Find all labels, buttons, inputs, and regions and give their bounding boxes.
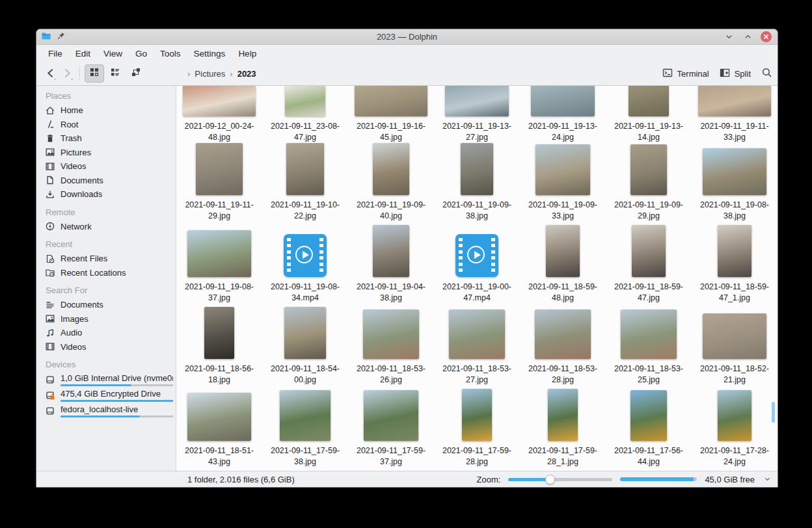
file-item-2021-09-11-18-53-27-jpg[interactable]: 2021-09-11_18-53-27.jpg (434, 307, 520, 390)
file-item-2021-09-11-18-53-26-jpg[interactable]: 2021-09-11_18-53-26.jpg (348, 307, 434, 390)
sidebar-item-downloads[interactable]: Downloads (45, 187, 173, 202)
forward-button[interactable]: ⌄ (59, 64, 75, 83)
file-item-2021-09-11-19-16-45-jpg[interactable]: 2021-09-11_19-16-45.jpg (348, 86, 434, 148)
file-name: 2021-09-11_19-13-14.jpg (610, 121, 688, 144)
file-item-2021-09-11-19-13-14-jpg[interactable]: 2021-09-11_19-13-14.jpg (606, 86, 692, 148)
file-name: 2021-09-11_18-53-28.jpg (524, 363, 602, 386)
file-name: 2021-09-11_19-09-40.jpg (352, 200, 430, 222)
file-item-2021-09-11-19-09-40-jpg[interactable]: 2021-09-11_19-09-40.jpg (348, 143, 434, 226)
chevron-down-icon[interactable] (764, 475, 771, 484)
file-item-2021-09-11-18-53-28-jpg[interactable]: 2021-09-11_18-53-28.jpg (520, 307, 606, 390)
file-item-2021-09-11-18-59-48-jpg[interactable]: 2021-09-11_18-59-48.jpg (520, 225, 606, 308)
file-item-2021-09-11-19-13-24-jpg[interactable]: 2021-09-11_19-13-24.jpg (520, 86, 606, 148)
terminal-button[interactable]: Terminal (662, 68, 709, 80)
photo-thumbnail (363, 310, 419, 359)
sidebar-item-videos[interactable]: Videos (45, 340, 173, 354)
photo-thumbnail (718, 225, 751, 277)
zoom-slider-handle[interactable] (545, 475, 555, 484)
photo-thumbnail (632, 225, 666, 277)
file-item-2021-09-11-19-11-33-jpg[interactable]: 2021-09-11_19-11-33.jpg (692, 86, 778, 148)
file-item-2021-09-11-17-59-28-1-jpg[interactable]: 2021-09-11_17-59-28_1.jpg (520, 389, 606, 471)
search-button[interactable] (761, 67, 772, 80)
icons-view-button[interactable] (85, 64, 104, 83)
image-icon (45, 147, 55, 157)
file-item-2021-09-12-00-24-48-jpg[interactable]: 2021-09-12_00-24-48.jpg (176, 86, 262, 148)
sidebar-item-videos[interactable]: Videos (45, 159, 173, 174)
menu-file[interactable]: File (42, 47, 69, 60)
menu-go[interactable]: Go (129, 47, 154, 60)
tree-view-button[interactable] (126, 64, 146, 83)
file-item-2021-09-11-17-28-24-jpg[interactable]: 2021-09-11_17-28-24.jpg (692, 389, 778, 471)
file-item-2021-09-11-18-53-25-jpg[interactable]: 2021-09-11_18-53-25.jpg (606, 307, 692, 390)
file-item-2021-09-11-19-09-29-jpg[interactable]: 2021-09-11_19-09-29.jpg (606, 143, 692, 226)
audio-icon (45, 328, 55, 338)
sidebar-item-home[interactable]: Home (45, 103, 173, 118)
file-item-2021-09-11-23-08-47-jpg[interactable]: 2021-09-11_23-08-47.jpg (262, 86, 348, 148)
maximize-button[interactable] (742, 31, 753, 43)
sidebar-item-root[interactable]: Root (45, 118, 173, 132)
folder-view[interactable]: 2021-09-12_00-24-48.jpg2021-09-11_23-08-… (176, 86, 778, 471)
file-name: 2021-09-11_19-09-33.jpg (524, 200, 602, 222)
menu-settings[interactable]: Settings (187, 47, 232, 60)
sidebar-item-475-4-gib-encrypted-drive[interactable]: 475,4 GiB Encrypted Drive (45, 388, 173, 403)
photo-thumbnail (462, 389, 492, 441)
file-item-2021-09-11-19-11-29-jpg[interactable]: 2021-09-11_19-11-29.jpg (176, 143, 262, 226)
device-label: 475,4 GiB Encrypted Drive (61, 389, 173, 399)
breadcrumb-pictures[interactable]: Pictures (195, 69, 225, 79)
zoom-slider[interactable] (508, 478, 612, 481)
menu-view[interactable]: View (97, 47, 129, 60)
file-item-2021-09-11-19-09-38-jpg[interactable]: 2021-09-11_19-09-38.jpg (434, 143, 520, 226)
sidebar-item-audio[interactable]: Audio (45, 326, 173, 340)
sidebar-item-1-0-gib-internal-drive-nvme0[interactable]: 1,0 GiB Internal Drive (nvme0n... (45, 372, 173, 388)
sidebar-item-label: Network (61, 222, 92, 231)
file-item-2021-09-11-19-00-47-mp4[interactable]: 2021-09-11_19-00-47.mp4 (434, 225, 520, 308)
sidebar-item-trash[interactable]: Trash (45, 131, 173, 146)
sidebar-item-label: Downloads (61, 189, 102, 199)
file-item-2021-09-11-18-54-00-jpg[interactable]: 2021-09-11_18-54-00.jpg (262, 307, 348, 390)
forward-dropdown-caret[interactable]: ⌄ (70, 76, 74, 81)
file-item-2021-09-11-19-08-37-jpg[interactable]: 2021-09-11_19-08-37.jpg (176, 225, 262, 308)
details-view-button[interactable] (105, 64, 125, 83)
breadcrumb-current-folder[interactable]: 2023 (237, 69, 256, 79)
file-item-2021-09-11-17-56-44-jpg[interactable]: 2021-09-11_17-56-44.jpg (606, 389, 692, 471)
file-item-2021-09-11-19-13-27-jpg[interactable]: 2021-09-11_19-13-27.jpg (434, 86, 520, 148)
drive-icon (45, 375, 55, 385)
vertical-scrollbar-thumb[interactable] (772, 402, 775, 423)
file-item-2021-09-11-19-08-38-jpg[interactable]: 2021-09-11_19-08-38.jpg (692, 143, 778, 226)
file-item-2021-09-11-18-51-43-jpg[interactable]: 2021-09-11_18-51-43.jpg (176, 389, 262, 471)
dolphin-window: 2023 — Dolphin File Edit View Go Tools S… (36, 29, 778, 488)
sidebar-item-documents[interactable]: Documents (45, 298, 173, 312)
file-item-2021-09-11-19-04-38-jpg[interactable]: 2021-09-11_19-04-38.jpg (348, 225, 434, 308)
back-button[interactable]: ⌄ (42, 64, 59, 83)
sidebar-item-images[interactable]: Images (45, 312, 173, 326)
file-item-2021-09-11-18-56-18-jpg[interactable]: 2021-09-11_18-56-18.jpg (176, 307, 262, 390)
file-item-2021-09-11-19-08-34-mp4[interactable]: 2021-09-11_19-08-34.mp4 (262, 225, 348, 308)
file-item-2021-09-11-19-09-33-jpg[interactable]: 2021-09-11_19-09-33.jpg (520, 143, 606, 226)
split-button[interactable]: Split (720, 68, 751, 80)
sidebar-item-network[interactable]: Network (45, 220, 173, 234)
file-item-2021-09-11-17-59-37-jpg[interactable]: 2021-09-11_17-59-37.jpg (348, 389, 434, 471)
file-item-2021-09-11-18-59-47-jpg[interactable]: 2021-09-11_18-59-47.jpg (606, 225, 692, 308)
free-space-label: 45,0 GiB free (705, 475, 755, 484)
file-item-2021-09-11-18-52-21-jpg[interactable]: 2021-09-11_18-52-21.jpg (692, 307, 778, 390)
menu-edit[interactable]: Edit (69, 47, 97, 60)
breadcrumb-chevron-icon: › (187, 69, 190, 79)
sidebar-item-recent-files[interactable]: Recent Files (45, 252, 173, 266)
minimize-button[interactable] (723, 31, 735, 43)
close-button[interactable] (761, 31, 772, 42)
sidebar-item-pictures[interactable]: Pictures (45, 146, 173, 160)
sidebar-item-recent-locations[interactable]: Recent Locations (45, 266, 173, 280)
tree-view-icon (131, 67, 141, 80)
sidebar-item-documents[interactable]: Documents (45, 174, 173, 188)
sidebar-item-fedora-localhost-live[interactable]: fedora_localhost-live (45, 403, 173, 419)
back-dropdown-caret[interactable]: ⌄ (53, 76, 57, 81)
file-item-2021-09-11-19-10-22-jpg[interactable]: 2021-09-11_19-10-22.jpg (262, 143, 348, 226)
sidebar-section-remote: Remote (46, 207, 173, 217)
file-item-2021-09-11-17-59-38-jpg[interactable]: 2021-09-11_17-59-38.jpg (262, 389, 348, 471)
statusbar: 1 folder, 2.016 files (6,6 GiB) Zoom: 45… (36, 471, 778, 487)
menu-help[interactable]: Help (232, 47, 263, 60)
menu-tools[interactable]: Tools (154, 47, 187, 60)
file-item-2021-09-11-17-59-28-jpg[interactable]: 2021-09-11_17-59-28.jpg (434, 389, 520, 471)
titlebar[interactable]: 2023 — Dolphin (36, 29, 778, 45)
file-item-2021-09-11-18-59-47-1-jpg[interactable]: 2021-09-11_18-59-47_1.jpg (692, 225, 778, 308)
